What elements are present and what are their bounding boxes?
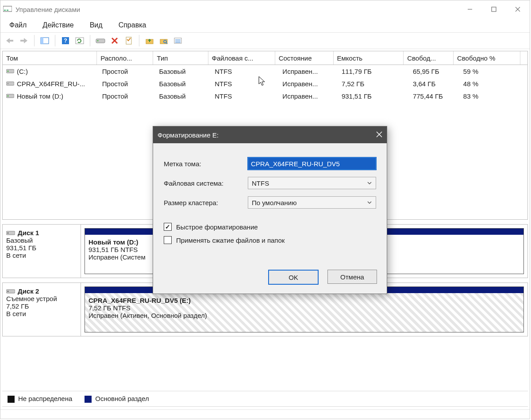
volume-name: CPRA_X64FRE_RU-... — [17, 80, 85, 88]
swatch-primary — [85, 396, 92, 403]
maximize-button[interactable] — [482, 0, 506, 18]
menu-action[interactable]: Действие — [40, 19, 76, 31]
cluster-value: По умолчанию — [252, 199, 296, 206]
volume-layout: Простой — [99, 90, 156, 102]
refresh-button[interactable] — [74, 35, 85, 46]
svg-rect-10 — [41, 38, 43, 44]
ok-button[interactable]: OK — [268, 270, 319, 285]
menu-file[interactable]: Файл — [7, 19, 29, 31]
svg-point-15 — [97, 40, 99, 42]
quick-format-checkbox[interactable] — [164, 223, 172, 231]
close-button[interactable] — [506, 0, 530, 18]
help-button[interactable]: ? — [60, 35, 71, 46]
disk-label[interactable]: Диск 1 Базовый 931,51 ГБ В сети — [3, 225, 81, 278]
col-state[interactable]: Состояние — [275, 51, 334, 65]
filesystem-value: NTFS — [252, 179, 269, 187]
volume-row[interactable]: (C:) Простой Базовый NTFS Исправен... 11… — [3, 65, 527, 77]
svg-point-30 — [7, 83, 8, 84]
svg-point-28 — [7, 70, 8, 72]
dialog-title: Форматирование E: — [158, 131, 219, 139]
titlebar: Управление дисками — [0, 0, 530, 18]
col-filesystem[interactable]: Файловая с... — [208, 51, 275, 65]
volume-capacity: 111,79 ГБ — [338, 65, 409, 77]
disk-label[interactable]: Диск 2 Съемное устрой 7,52 ГБ В сети — [3, 283, 81, 336]
volume-type: Базовый — [155, 65, 211, 77]
col-capacity[interactable]: Емкость — [334, 51, 404, 65]
layout-button[interactable] — [39, 35, 50, 46]
window-title: Управление дисками — [15, 6, 80, 13]
disk-status: В сети — [6, 310, 77, 317]
disk-size: 931,51 ГБ — [6, 244, 77, 252]
svg-rect-2 — [7, 10, 8, 11]
format-dialog: Форматирование E: Метка тома: Файловая с… — [153, 126, 387, 294]
volume-name: (C:) — [17, 68, 28, 75]
toolbar: ? — [0, 33, 530, 49]
volume-state: Исправен... — [279, 90, 338, 102]
folder-up-button[interactable] — [144, 35, 155, 46]
partition-size: 7,52 ГБ NTFS — [88, 304, 520, 312]
compress-label: Применять сжатие файлов и папок — [176, 237, 285, 244]
col-type[interactable]: Тип — [153, 51, 208, 65]
volume-icon — [6, 93, 14, 99]
chevron-down-icon — [367, 200, 372, 205]
cluster-size-select[interactable]: По умолчанию — [248, 196, 376, 209]
legend: Не распределена Основной раздел — [2, 391, 528, 407]
menubar: Файл Действие Вид Справка — [0, 18, 530, 32]
dialog-close-button[interactable] — [376, 131, 382, 139]
svg-rect-1 — [4, 10, 6, 11]
label-cluster: Размер кластера: — [164, 199, 248, 206]
volume-row[interactable]: Новый том (D:) Простой Базовый NTFS Испр… — [3, 90, 527, 102]
legend-unallocated: Не распределена — [18, 395, 72, 402]
back-button[interactable] — [4, 35, 15, 46]
search-folder-button[interactable] — [158, 35, 169, 46]
volume-row[interactable]: CPRA_X64FRE_RU-... Простой Базовый NTFS … — [3, 77, 527, 90]
volume-fs: NTFS — [211, 65, 279, 77]
menu-view[interactable]: Вид — [87, 19, 105, 31]
compress-checkbox[interactable] — [164, 236, 172, 244]
svg-point-32 — [7, 95, 8, 96]
volume-free-pct: 83 % — [460, 90, 527, 102]
disk-size: 7,52 ГБ — [6, 302, 77, 310]
volume-type: Базовый — [155, 77, 211, 90]
list-view-button[interactable] — [172, 35, 184, 46]
menu-help[interactable]: Справка — [116, 19, 149, 31]
disk-icon-button[interactable] — [95, 35, 106, 46]
svg-point-36 — [7, 290, 8, 292]
svg-rect-7 — [9, 40, 13, 42]
disk-status: В сети — [6, 252, 77, 259]
volume-capacity: 7,52 ГБ — [338, 77, 409, 90]
volume-state: Исправен... — [279, 65, 338, 77]
label-filesystem: Файловая система: — [164, 179, 248, 187]
volume-name: Новый том (D:) — [17, 92, 63, 100]
minimize-button[interactable] — [458, 0, 482, 18]
svg-rect-0 — [3, 6, 12, 11]
delete-button[interactable] — [109, 35, 120, 46]
volume-layout: Простой — [99, 65, 156, 77]
cancel-button[interactable]: Отмена — [327, 270, 377, 284]
volume-fs: NTFS — [211, 90, 279, 102]
quick-format-label: Быстрое форматирование — [176, 223, 258, 231]
col-volume[interactable]: Том — [3, 51, 97, 65]
properties-button[interactable] — [123, 35, 135, 46]
volume-state: Исправен... — [279, 77, 338, 90]
svg-point-34 — [7, 232, 8, 233]
volume-free: 65,95 ГБ — [409, 65, 460, 77]
col-free-pct[interactable]: Свободно % — [454, 51, 520, 65]
label-volume: Метка тома: — [164, 160, 248, 168]
volume-capacity: 931,51 ГБ — [338, 90, 409, 102]
forward-button[interactable] — [18, 35, 30, 46]
svg-rect-4 — [492, 7, 496, 11]
disk-type: Съемное устрой — [6, 295, 77, 302]
disk-icon — [6, 289, 15, 294]
filesystem-select[interactable]: NTFS — [248, 177, 376, 189]
disk-name: Диск 2 — [18, 287, 39, 295]
disk-name: Диск 1 — [18, 229, 39, 237]
col-layout[interactable]: Располо... — [97, 51, 153, 65]
volume-free-pct: 59 % — [460, 65, 527, 77]
volume-list-header: Том Располо... Тип Файловая с... Состоян… — [3, 51, 527, 65]
volume-label-input[interactable] — [248, 157, 376, 170]
dialog-titlebar: Форматирование E: — [153, 126, 387, 143]
volume-layout: Простой — [99, 77, 156, 90]
col-free[interactable]: Свобод... — [404, 51, 454, 65]
volume-icon — [6, 69, 14, 74]
